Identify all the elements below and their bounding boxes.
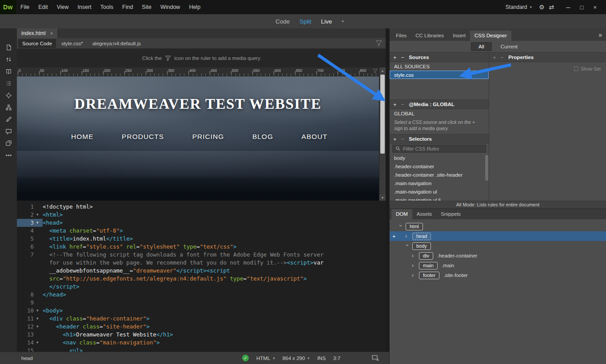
expand-caret-icon[interactable]: ›	[405, 233, 410, 239]
menu-file[interactable]: File	[16, 4, 34, 10]
sort-icon[interactable]	[4, 55, 13, 63]
tab-dom[interactable]: DOM	[391, 209, 412, 219]
selector-item[interactable]: .header-container	[390, 162, 489, 170]
tab-assets[interactable]: Assets	[412, 209, 437, 219]
target-icon[interactable]	[4, 91, 13, 99]
dom-tag-pill[interactable]: body	[412, 242, 431, 250]
dom-structure-icon[interactable]	[4, 103, 13, 111]
code-line[interactable]: </script>	[17, 283, 386, 291]
selector-item[interactable]: .main-navigation ul	[390, 187, 489, 196]
add-media-icon[interactable]: +	[393, 102, 397, 107]
fold-toggle-icon[interactable]: ▼	[36, 323, 43, 331]
code-line[interactable]: 9	[17, 299, 386, 307]
dom-node-main[interactable]: ›main .main	[390, 261, 606, 270]
expand-caret-icon[interactable]: ›	[412, 272, 416, 278]
window-size-dropdown[interactable]: 864 x 290▾	[283, 356, 310, 361]
dom-node-body[interactable]: ›body	[390, 241, 606, 251]
code-line[interactable]: 14▼ <nav class="main-navigation">	[17, 339, 386, 347]
code-line[interactable]: 8</head>	[17, 291, 386, 299]
selector-item[interactable]: body	[390, 154, 489, 162]
code-line[interactable]: 3▼<head>	[17, 219, 386, 227]
fold-toggle-icon[interactable]: ▼	[36, 315, 43, 323]
split-view-button[interactable]: Split	[299, 18, 311, 25]
tab-insert[interactable]: Insert	[448, 31, 470, 41]
menu-help[interactable]: Help	[184, 4, 205, 10]
book-icon[interactable]	[4, 67, 13, 75]
code-line[interactable]: __adobewebfontsappname__="dreamweaver"</…	[17, 267, 386, 275]
preview-nav-pricing[interactable]: PRICING	[192, 133, 224, 141]
code-line[interactable]: 7 <!--The following script tag downloads…	[17, 251, 386, 259]
fold-toggle-icon[interactable]: ▼	[36, 339, 43, 347]
code-line[interactable]: 5 <title>index.html</title>	[17, 235, 386, 243]
code-line[interactable]: 13 <h1>Dreamweaver Test Website</h1>	[17, 331, 386, 339]
expand-caret-icon[interactable]: ›	[404, 244, 411, 249]
menu-tools[interactable]: Tools	[96, 4, 118, 10]
close-button[interactable]: ×	[588, 4, 602, 11]
ruler[interactable]: 0501001502002503003504004505005506006507…	[17, 67, 386, 76]
tab-files[interactable]: Files	[391, 31, 411, 41]
add-element-icon[interactable]: +	[392, 233, 396, 240]
live-view-dropdown-icon[interactable]: ▾	[342, 19, 344, 24]
remove-selector-icon[interactable]: −	[401, 136, 405, 142]
current-mode-button[interactable]: Current	[494, 43, 525, 51]
dom-node-head[interactable]: +›head	[390, 231, 606, 241]
remove-source-icon[interactable]: −	[401, 55, 405, 60]
menu-edit[interactable]: Edit	[34, 4, 52, 10]
live-view-button[interactable]: Live	[321, 18, 332, 25]
document-tab[interactable]: index.html ×	[17, 28, 57, 38]
ruler-funnel-icon[interactable]	[373, 69, 378, 73]
file-icon[interactable]	[4, 44, 13, 51]
fold-toggle-icon[interactable]: ▼	[36, 219, 43, 227]
related-file-style-css[interactable]: style.css*	[57, 39, 87, 48]
fold-toggle-icon[interactable]: ▼	[36, 211, 43, 219]
dom-tag-pill[interactable]: main	[419, 262, 438, 269]
code-line[interactable]: 11▼ <div class="header-container">	[17, 315, 386, 323]
preview-scrollbar[interactable]: ▲ ▼	[379, 67, 386, 201]
expand-caret-icon[interactable]: ›	[412, 262, 416, 269]
media-item-global[interactable]: GLOBAL	[390, 109, 489, 118]
media-query-funnel-icon[interactable]	[376, 40, 382, 46]
panel-menu-icon[interactable]: ≡	[598, 32, 602, 39]
code-line[interactable]: 1<!doctype html>	[17, 203, 386, 211]
gear-icon[interactable]: ⚙	[539, 4, 545, 11]
code-line[interactable]: 10▼<body>	[17, 307, 386, 315]
code-line[interactable]: 6 <link href="style.css" rel="stylesheet…	[17, 243, 386, 251]
minimize-button[interactable]: ─	[561, 4, 575, 11]
fold-toggle-icon[interactable]: ▼	[36, 307, 43, 315]
menu-site[interactable]: Site	[137, 4, 156, 10]
expand-caret-icon[interactable]: ›	[412, 253, 416, 259]
outline-icon[interactable]	[4, 79, 13, 87]
scrollbar-thumb[interactable]	[380, 75, 385, 154]
selector-item[interactable]: .header-container .site-header	[390, 170, 489, 179]
add-source-icon[interactable]: +	[393, 55, 397, 60]
preview-nav-blog[interactable]: BLOG	[252, 133, 273, 141]
dom-tag-pill[interactable]: footer	[419, 272, 439, 279]
related-file-alegreya-n4-default-js[interactable]: alegreya:n4:default.js	[88, 39, 145, 48]
live-view-preview[interactable]: DREAMWEAVER TEST WEBSITE HOMEPRODUCTSPRI…	[17, 76, 379, 201]
menu-window[interactable]: Window	[156, 4, 184, 10]
code-line[interactable]: src="http://use.edgefonts.net/alegreya:n…	[17, 275, 386, 283]
source-item-style-css[interactable]: style.css	[390, 71, 489, 79]
preview-nav-home[interactable]: HOME	[71, 133, 94, 141]
assets-icon[interactable]	[4, 139, 13, 147]
close-icon[interactable]: ×	[50, 31, 53, 36]
dom-node-div[interactable]: ›div .header-container	[390, 251, 606, 261]
tab-cc-libraries[interactable]: CC Libraries	[411, 31, 448, 41]
code-editor[interactable]: 1<!doctype html>2▼<html>3▼<head>4 <meta …	[17, 201, 386, 352]
preview-nav-about[interactable]: ABOUT	[302, 133, 327, 141]
comments-icon[interactable]	[4, 127, 13, 135]
preview-in-browser-icon[interactable]	[372, 355, 379, 361]
tag-selector[interactable]: head	[21, 356, 33, 361]
related-file-source-code[interactable]: Source Code	[18, 39, 56, 48]
source-item-all-sources[interactable]: ALL SOURCES	[390, 62, 489, 71]
sync-icon[interactable]: ⇄	[549, 4, 554, 11]
tab-css-designer[interactable]: CSS Designer	[470, 31, 511, 41]
maximize-button[interactable]: □	[575, 4, 589, 11]
selector-item[interactable]: .main-navigation	[390, 179, 489, 187]
scroll-up-icon[interactable]: ▲	[379, 67, 386, 74]
code-line[interactable]: for use within the web page. We recommen…	[17, 259, 386, 267]
dom-tag-pill[interactable]: html	[406, 223, 423, 230]
dom-tag-pill[interactable]: head	[412, 233, 431, 240]
doctype-dropdown[interactable]: HTML▾	[256, 356, 275, 361]
tab-snippets[interactable]: Snippets	[436, 209, 465, 219]
